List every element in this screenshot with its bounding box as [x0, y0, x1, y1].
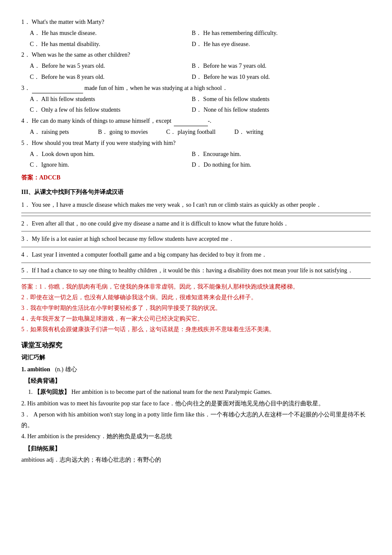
vocab-section-title: 课堂互动探究 — [21, 339, 371, 351]
q5-options-2: C． Ignore him. D． Do nothing for him. — [30, 160, 371, 170]
ex2-text: His ambition was to meet his favourite p… — [27, 400, 324, 407]
q5-optA: A． Look down upon him. — [30, 149, 192, 159]
bracket1-title: 【经典背诵】 — [25, 376, 371, 386]
translate-item-3: 3． My life is a lot easier at high schoo… — [21, 234, 371, 247]
q4-optD: D． writing — [234, 127, 303, 137]
q1-optB: B． He has remembering difficulty. — [192, 28, 354, 38]
translate-1-line2 — [21, 216, 371, 216]
q3-optC: C． Only a few of his fellow students — [30, 105, 192, 115]
ex4-text: Her ambition is the presidency．她的抱负是成为一名… — [27, 433, 172, 439]
q5-optD: D． Do nothing for him. — [192, 160, 354, 170]
q3-optA: A． All his fellow students — [30, 94, 192, 104]
question-5: 5． How should you treat Marty if you wer… — [21, 138, 371, 170]
q2-options: A． Before he was 5 years old. B． Before … — [30, 61, 371, 71]
ex1-prefix: 【原句回放】 — [34, 389, 70, 395]
answer2-item5: 5．如果我有机会跟健康孩子们讲一句话，那么，这句话就是：身患残疾并不意味着生活不… — [21, 326, 275, 332]
vocab-entry-line: 1. ambition (n.) 雄心 — [21, 364, 371, 375]
question-1: 1． What's the matter with Marty? A． He h… — [21, 17, 371, 49]
translate-3-line — [21, 247, 371, 247]
translate-item-5: 5． If I had a chance to say one thing to… — [21, 266, 371, 279]
translate-5-line — [21, 278, 371, 279]
vocab-entry: 1. ambition — [21, 366, 50, 373]
q3-optD: D． None of his fellow students — [192, 105, 354, 115]
question-3-text: 3． made fun of him，when he was studying … — [21, 83, 371, 93]
q3-optB: B． Some of his fellow students — [192, 94, 354, 104]
q1-body: What's the matter with Marty? — [32, 19, 104, 25]
vocab-sub-title: 词汇巧解 — [21, 353, 371, 363]
q2-optD: D． Before he was 10 years old. — [192, 72, 354, 82]
question-2: 2． When was he the same as other childre… — [21, 50, 371, 82]
q1-num: 1． — [21, 19, 30, 25]
t1-num: 1． — [21, 202, 30, 208]
question-1-text: 1． What's the matter with Marty? — [21, 17, 371, 27]
q1-options-2: C． He has mental disability. D． He has e… — [30, 39, 371, 49]
q2-body: When was he the same as other children? — [32, 52, 130, 58]
bracket2-title: 【归纳拓展】 — [25, 444, 371, 454]
q5-optB: B． Encourage him. — [192, 149, 354, 159]
vocab-ex-1: 1. 【原句回放】 Her ambition is to become part… — [28, 387, 371, 398]
q3-num: 3． — [21, 85, 30, 91]
question-4-text: 4． He can do many kinds of things to amu… — [21, 116, 371, 126]
vocab-ex-3: 3． A person with his ambition won't stay… — [21, 410, 371, 431]
answer2-label: 答案： — [21, 283, 39, 290]
ex1-text: Her ambition is to become part of the na… — [72, 389, 272, 395]
translate-item-4: 4． Last year I invented a computer footb… — [21, 250, 371, 263]
translate-5-text: 5． If I had a chance to say one thing to… — [21, 266, 371, 276]
translate-3-text: 3． My life is a lot easier at high schoo… — [21, 234, 371, 244]
ex2-num: 2. — [21, 400, 27, 407]
q2-optA: A． Before he was 5 years old. — [30, 61, 192, 71]
q1-optC: C． He has mental disability. — [30, 39, 192, 49]
vocab-ex-2: 2. His ambition was to meet his favourit… — [21, 399, 371, 409]
q4-optA: A． raising pets — [30, 127, 98, 137]
question-5-text: 5． How should you treat Marty if you wer… — [21, 138, 371, 148]
q3-options-2: C． Only a few of his fellow students D． … — [30, 105, 371, 115]
vocab-ex-4: 4. Her ambition is the presidency．她的抱负是成… — [21, 431, 371, 442]
q3-body: made fun of him，when he was studying at … — [84, 85, 228, 91]
vocab-pos: (n.) 雄心 — [55, 366, 77, 373]
q5-num: 5． — [21, 140, 30, 146]
q4-options: A． raising pets B． going to movies C． pl… — [30, 127, 371, 137]
answer2-item1: 1．你瞧，我的肌肉有毛病，它使我的身体非常虚弱。因此，我不能像别人那样快跑或快速… — [39, 283, 299, 290]
question-4: 4． He can do many kinds of things to amu… — [21, 116, 371, 137]
ex4-num: 4. — [21, 433, 27, 439]
q5-optC: C． Ignore him. — [30, 160, 192, 170]
translate-4-text: 4． Last year I invented a computer footb… — [21, 250, 371, 260]
translate-2-line — [21, 231, 371, 231]
q1-options: A． He has muscle disease. B． He has reme… — [30, 28, 371, 38]
q2-options-2: C． Before he was 8 years old. D． Before … — [30, 72, 371, 82]
q2-optB: B． Before he was 7 years old. — [192, 61, 354, 71]
q4-optB: B． going to movies — [98, 127, 166, 137]
ex3-text: A person with his ambition won't stay lo… — [21, 411, 366, 428]
q3-options: A． All his fellow students B． Some of hi… — [30, 94, 371, 104]
vocab-expand: ambitious adj．志向远大的；有雄心壮志的；有野心的 — [21, 455, 371, 465]
q5-body: How should you treat Marty if you were s… — [32, 140, 176, 146]
t5-num: 5． — [21, 267, 30, 274]
translate-1-text: 1． You see，I have a muscle disease which… — [21, 200, 371, 210]
t3-num: 3． — [21, 236, 30, 242]
translate-item-1: 1． You see，I have a muscle disease which… — [21, 200, 371, 216]
t4-num: 4． — [21, 251, 30, 258]
answer2-item2: 2．即使在这一切之后，也没有人能够确诊我这个病。因此，很难知道将来会是什么样子。 — [21, 294, 257, 301]
translate-4-line — [21, 263, 371, 263]
q3-blank — [32, 93, 83, 93]
translate-item-2: 2． Even after all that，no one could give… — [21, 219, 371, 232]
vocab-section: 课堂互动探究 词汇巧解 1. ambition (n.) 雄心 【经典背诵】 1… — [21, 339, 371, 465]
q2-optC: C． Before he was 8 years old. — [30, 72, 192, 82]
question-3: 3． made fun of him，when he was studying … — [21, 83, 371, 115]
translate-2-text: 2． Even after all that，no one could give… — [21, 219, 371, 229]
ex3-num: 3． — [21, 411, 30, 418]
q4-optC: C． playing football — [166, 127, 234, 137]
q1-optA: A． He has muscle disease. — [30, 28, 192, 38]
q1-optD: D． He has eye disease. — [192, 39, 354, 49]
q2-num: 2． — [21, 52, 30, 58]
q4-num: 4． — [21, 118, 30, 124]
section3-title: III、从课文中找到下列各句并译成汉语 — [21, 187, 371, 197]
ex1-num: 1. — [28, 389, 33, 395]
q5-options: A． Look down upon him. B． Encourage him. — [30, 149, 371, 159]
q4-body: He can do many kinds of things to amuse … — [32, 118, 211, 124]
answer2-item4: 4．去年我开发了一款电脑足球游戏，有一家大公司已经决定购买它。 — [21, 315, 203, 322]
answer2-item3: 3．我在中学时期的生活比在小学时要轻松多了，我的同学接受了我的状况。 — [21, 305, 221, 311]
answer-block-2: 答案：1．你瞧，我的肌肉有毛病，它使我的身体非常虚弱。因此，我不能像别人那样快跑… — [21, 281, 371, 335]
answer-1: 答案：ADCCB — [21, 173, 371, 183]
translate-1-line1 — [21, 213, 371, 213]
